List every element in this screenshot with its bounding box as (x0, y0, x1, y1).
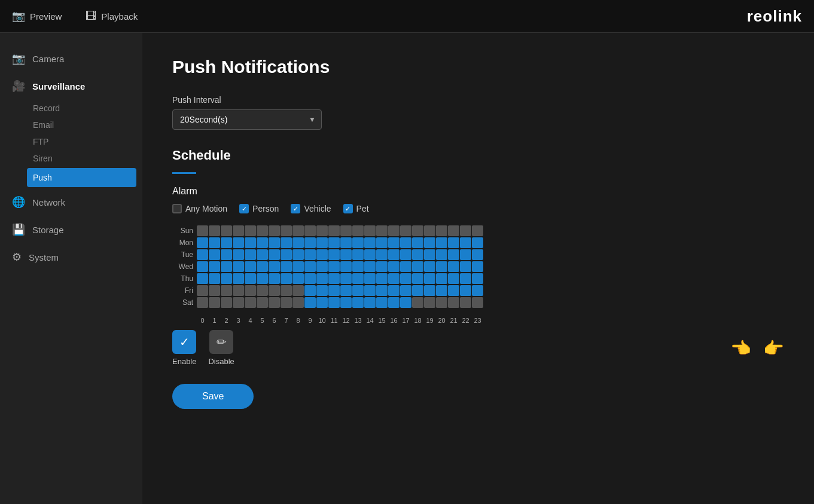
cell-fri-11[interactable] (328, 285, 340, 296)
thumb-left-icon[interactable]: 👈 (730, 338, 751, 358)
cell-sun-2[interactable] (221, 225, 232, 236)
cell-fri-7[interactable] (281, 285, 292, 296)
cell-mon-9[interactable] (304, 237, 316, 248)
cell-sat-15[interactable] (376, 297, 388, 308)
cell-wed-23[interactable] (472, 261, 483, 272)
cell-sat-18[interactable] (412, 297, 423, 308)
cell-sun-14[interactable] (364, 225, 376, 236)
cell-sun-10[interactable] (316, 225, 328, 236)
cell-thu-15[interactable] (376, 273, 388, 284)
cell-tue-15[interactable] (376, 249, 388, 260)
sidebar-sub-email[interactable]: Email (0, 117, 142, 133)
cell-fri-0[interactable] (197, 285, 208, 296)
cell-mon-20[interactable] (436, 237, 447, 248)
disable-icon[interactable]: ✏ (209, 330, 233, 354)
cell-wed-13[interactable] (352, 261, 364, 272)
cell-wed-11[interactable] (328, 261, 340, 272)
cell-sat-1[interactable] (209, 297, 220, 308)
cell-sun-7[interactable] (281, 225, 292, 236)
thumb-right-icon[interactable]: 👉 (763, 338, 784, 358)
cell-mon-18[interactable] (412, 237, 423, 248)
cell-tue-0[interactable] (197, 249, 208, 260)
cell-thu-3[interactable] (233, 273, 244, 284)
cell-sat-2[interactable] (221, 297, 232, 308)
cell-wed-5[interactable] (257, 261, 268, 272)
checkbox-any-motion[interactable]: Any Motion (172, 204, 227, 213)
cell-wed-20[interactable] (436, 261, 447, 272)
cell-wed-7[interactable] (281, 261, 292, 272)
cell-sun-9[interactable] (304, 225, 316, 236)
cb-vehicle[interactable] (291, 204, 300, 213)
cell-tue-7[interactable] (281, 249, 292, 260)
cell-mon-14[interactable] (364, 237, 376, 248)
cell-fri-23[interactable] (472, 285, 483, 296)
cell-fri-4[interactable] (245, 285, 256, 296)
save-button[interactable]: Save (172, 384, 254, 409)
cell-tue-1[interactable] (209, 249, 220, 260)
cell-fri-3[interactable] (233, 285, 244, 296)
cb-pet[interactable] (343, 204, 353, 213)
cell-sat-13[interactable] (352, 297, 364, 308)
cell-sat-22[interactable] (460, 297, 471, 308)
cell-mon-1[interactable] (209, 237, 220, 248)
cell-sun-8[interactable] (292, 225, 304, 236)
cell-tue-18[interactable] (412, 249, 423, 260)
cell-sun-19[interactable] (424, 225, 435, 236)
cell-sat-8[interactable] (292, 297, 304, 308)
cell-mon-8[interactable] (292, 237, 304, 248)
cell-mon-10[interactable] (316, 237, 328, 248)
cell-fri-13[interactable] (352, 285, 364, 296)
cell-wed-18[interactable] (412, 261, 423, 272)
cell-sat-7[interactable] (281, 297, 292, 308)
cell-tue-23[interactable] (472, 249, 483, 260)
cell-thu-6[interactable] (269, 273, 280, 284)
cell-mon-12[interactable] (340, 237, 352, 248)
cell-tue-6[interactable] (269, 249, 280, 260)
sidebar-sub-record[interactable]: Record (0, 100, 142, 117)
cell-wed-17[interactable] (400, 261, 411, 272)
cell-wed-0[interactable] (197, 261, 208, 272)
cell-sat-23[interactable] (472, 297, 483, 308)
cell-tue-17[interactable] (400, 249, 411, 260)
cell-mon-16[interactable] (388, 237, 400, 248)
cell-sun-3[interactable] (233, 225, 244, 236)
cell-sun-15[interactable] (376, 225, 388, 236)
cell-sun-12[interactable] (340, 225, 352, 236)
cell-fri-17[interactable] (400, 285, 411, 296)
cell-mon-11[interactable] (328, 237, 340, 248)
cell-wed-22[interactable] (460, 261, 471, 272)
cb-any-motion[interactable] (172, 204, 182, 213)
cell-fri-15[interactable] (376, 285, 388, 296)
cell-fri-9[interactable] (304, 285, 316, 296)
cell-thu-19[interactable] (424, 273, 435, 284)
cb-person[interactable] (239, 204, 249, 213)
cell-thu-21[interactable] (448, 273, 459, 284)
cell-wed-6[interactable] (269, 261, 280, 272)
cell-sat-16[interactable] (388, 297, 400, 308)
cell-tue-9[interactable] (304, 249, 316, 260)
cell-tue-22[interactable] (460, 249, 471, 260)
cell-mon-22[interactable] (460, 237, 471, 248)
cell-thu-4[interactable] (245, 273, 256, 284)
cell-mon-6[interactable] (269, 237, 280, 248)
cell-sat-4[interactable] (245, 297, 256, 308)
cell-tue-5[interactable] (257, 249, 268, 260)
cell-sat-14[interactable] (364, 297, 376, 308)
cell-sun-13[interactable] (352, 225, 364, 236)
sidebar-item-system[interactable]: ⚙ System (0, 243, 142, 271)
cell-thu-23[interactable] (472, 273, 483, 284)
cell-mon-2[interactable] (221, 237, 232, 248)
enable-button[interactable]: ✓ Enable (172, 330, 196, 366)
sidebar-sub-push[interactable]: Push (27, 168, 136, 187)
cell-wed-1[interactable] (209, 261, 220, 272)
cell-thu-10[interactable] (316, 273, 328, 284)
cell-thu-22[interactable] (460, 273, 471, 284)
cell-thu-0[interactable] (197, 273, 208, 284)
cell-tue-11[interactable] (328, 249, 340, 260)
preview-nav[interactable]: 📷 Preview (12, 10, 62, 23)
cell-sun-5[interactable] (257, 225, 268, 236)
cell-wed-2[interactable] (221, 261, 232, 272)
disable-button[interactable]: ✏ Disable (208, 330, 234, 366)
sidebar-sub-ftp[interactable]: FTP (0, 133, 142, 150)
cell-sun-16[interactable] (388, 225, 400, 236)
